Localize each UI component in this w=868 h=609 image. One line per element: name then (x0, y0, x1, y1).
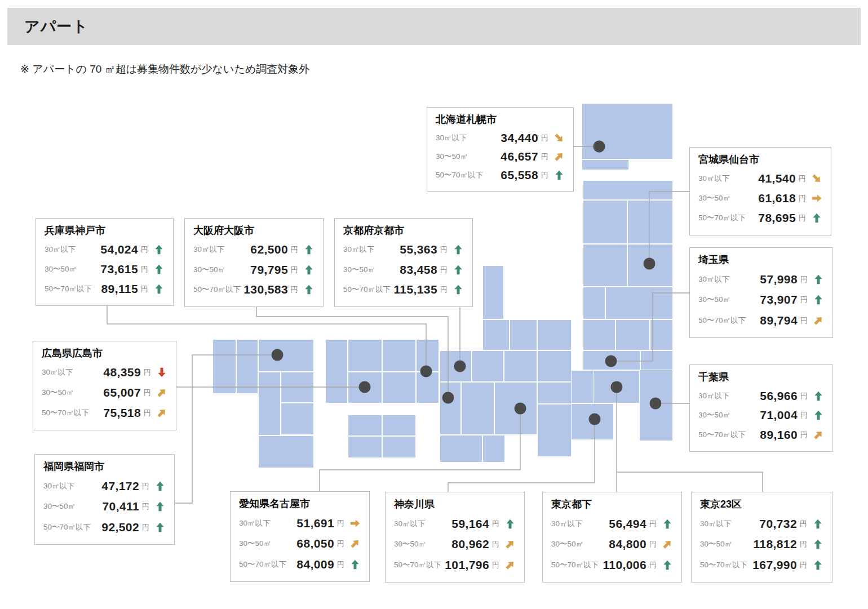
map-tile (483, 266, 503, 319)
page-header-banner: アパート (7, 8, 861, 45)
currency-label: 円 (799, 174, 806, 184)
price-value: 89,794 (746, 314, 798, 327)
currency-label: 円 (800, 519, 807, 529)
currency-label: 円 (440, 265, 448, 275)
size-label: 30㎡以下 (394, 519, 426, 529)
price-value: 130,583 (241, 283, 288, 296)
survey-note: ※ アパートの 70 ㎡超は募集物件数が少ないため調査対象外 (20, 62, 309, 77)
price-value: 110,006 (599, 558, 646, 572)
trend-arrow-icon (453, 284, 464, 295)
map-tile (538, 383, 571, 403)
trend-arrow-icon (811, 173, 822, 184)
size-label: 30〜50㎡ (698, 193, 730, 203)
price-row: 30〜50㎡ 73,907 円 (698, 290, 824, 310)
trend-arrow-icon (303, 264, 315, 275)
size-label: 30㎡以下 (43, 481, 75, 491)
price-value: 78,695 (746, 211, 796, 225)
size-label: 50〜70㎡以下 (436, 170, 483, 180)
price-row: 30㎡以下 70,732 円 (700, 513, 823, 534)
size-label: 50〜70㎡以下 (43, 522, 91, 532)
size-label: 30㎡以下 (193, 245, 225, 255)
region-name: 千葉県 (698, 371, 824, 384)
trend-arrow-icon (153, 283, 165, 295)
trend-arrow-icon (813, 294, 824, 305)
price-row: 30㎡以下 48,359 円 (42, 362, 167, 383)
price-value: 75,518 (89, 406, 141, 420)
region-name: 福岡県福岡市 (43, 460, 166, 473)
currency-label: 円 (291, 285, 298, 295)
map-dot-saitama (605, 355, 617, 367)
region-name: 埼玉県 (698, 254, 824, 266)
size-label: 30㎡以下 (42, 367, 73, 377)
price-row: 30㎡以下 62,500 円 (193, 239, 315, 260)
price-value: 61,618 (730, 192, 796, 205)
currency-label: 円 (649, 539, 657, 549)
map-tile (583, 181, 672, 199)
price-row: 30〜50㎡ 84,800 円 (551, 534, 673, 555)
map-tile (583, 287, 605, 319)
price-row: 50〜70㎡以下 167,990 円 (700, 554, 823, 575)
region-card-kanagawa: 神奈川県 30㎡以下 59,164 円 30〜50㎡ 80,962 円 50〜7… (385, 492, 525, 583)
region-name: 東京23区 (700, 498, 823, 511)
price-row: 30〜50㎡ 61,618 円 (698, 189, 822, 208)
map-tile (572, 371, 593, 403)
map-dot-nagoya (515, 403, 526, 415)
map-tile (348, 415, 382, 435)
trend-arrow-icon (812, 539, 823, 550)
region-card-chiba: 千葉県 30㎡以下 56,966 円 30〜50㎡ 71,004 円 50〜70… (689, 364, 833, 452)
size-label: 30㎡以下 (698, 174, 730, 184)
price-value: 62,500 (225, 243, 288, 256)
map-dot-osaka (442, 392, 454, 404)
size-label: 30㎡以下 (343, 245, 375, 255)
map-tile (383, 415, 415, 435)
map-dot-kanagawa (589, 414, 601, 425)
map-tile (472, 351, 503, 381)
currency-label: 円 (541, 133, 548, 143)
price-value: 115,135 (391, 283, 437, 296)
price-value: 34,440 (467, 131, 538, 145)
price-row: 30〜50㎡ 65,007 円 (42, 383, 167, 403)
size-label: 30㎡以下 (551, 519, 583, 529)
size-label: 50〜70㎡以下 (698, 315, 746, 326)
trend-arrow-icon (453, 244, 464, 255)
trend-arrow-icon (813, 410, 824, 421)
map-tile (510, 320, 537, 350)
price-row: 30㎡以下 54,024 円 (45, 239, 165, 259)
map-tile (383, 437, 415, 457)
currency-label: 円 (144, 367, 151, 377)
currency-label: 円 (800, 560, 807, 570)
size-label: 30〜50㎡ (43, 501, 76, 512)
price-value: 83,458 (375, 263, 437, 277)
region-card-kobe: 兵庫県神戸市 30㎡以下 54,024 円 30〜50㎡ 73,615 円 50… (36, 218, 174, 306)
price-value: 101,796 (441, 558, 489, 572)
currency-label: 円 (541, 152, 548, 162)
size-label: 50〜70㎡以下 (700, 560, 747, 570)
price-row: 50〜70㎡以下 65,558 円 (436, 166, 565, 184)
currency-label: 円 (800, 391, 808, 401)
price-value: 68,050 (271, 537, 334, 550)
currency-label: 円 (291, 265, 298, 275)
trend-arrow-icon (813, 390, 824, 402)
trend-arrow-icon (813, 315, 824, 326)
map-dot-sendai (644, 258, 656, 270)
price-row: 30〜50㎡ 79,795 円 (193, 260, 315, 280)
currency-label: 円 (649, 560, 657, 570)
map-tile (383, 340, 415, 371)
map-dot-chiba (650, 398, 662, 410)
price-row: 30㎡以下 47,172 円 (43, 475, 166, 496)
map-tile (348, 340, 382, 371)
connector-tokyo23 (617, 472, 763, 492)
price-value: 46,657 (468, 150, 538, 163)
price-value: 118,812 (732, 537, 797, 551)
size-label: 30㎡以下 (698, 391, 730, 401)
price-value: 54,024 (76, 243, 138, 256)
currency-label: 円 (800, 410, 808, 420)
size-label: 30〜50㎡ (436, 152, 468, 162)
map-tile (213, 340, 236, 393)
size-label: 50〜70㎡以下 (551, 560, 599, 570)
trend-arrow-icon (553, 151, 565, 162)
size-label: 50〜70㎡以下 (343, 285, 391, 295)
region-card-nagoya: 愛知県名古屋市 30㎡以下 51,691 円 30〜50㎡ 68,050 円 5… (230, 491, 370, 582)
region-name: 大阪府大阪市 (193, 224, 315, 237)
size-label: 30〜50㎡ (698, 410, 730, 420)
